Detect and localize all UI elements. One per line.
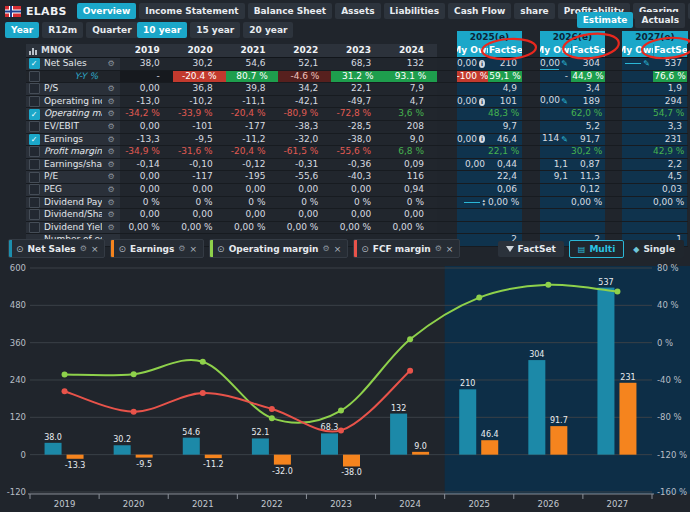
tab-balance-sheet[interactable]: Balance Sheet: [248, 3, 332, 19]
checkbox-cell[interactable]: ✓: [26, 58, 42, 70]
eye-icon[interactable]: ⊙: [118, 244, 126, 254]
point-fcf-margin-2022[interactable]: [269, 406, 275, 412]
cell-myown-2025[interactable]: 0,00i: [457, 96, 488, 108]
checkbox-cell[interactable]: [26, 96, 42, 108]
subheader-my-own-2025[interactable]: My Own: [457, 44, 488, 57]
editable-value[interactable]: 0,00: [540, 96, 559, 108]
bar-earnings-2025[interactable]: [481, 440, 498, 454]
stepper-icon[interactable]: ▴▾: [482, 198, 485, 206]
bar-net-sales-2022[interactable]: [252, 438, 269, 454]
gear-icon[interactable]: ⚙: [102, 83, 120, 95]
gear-icon[interactable]: ⚙: [102, 209, 120, 221]
tab-share[interactable]: share: [514, 3, 554, 19]
tab-15-year[interactable]: 15 year: [190, 22, 240, 38]
bar-earnings-2026[interactable]: [550, 426, 567, 455]
gear-icon[interactable]: ⚙: [178, 244, 185, 253]
row-checkbox[interactable]: ✓: [29, 134, 40, 145]
tab-quarter[interactable]: Quarter: [86, 22, 137, 38]
close-icon[interactable]: ×: [91, 244, 99, 254]
checkbox-cell[interactable]: [26, 209, 42, 221]
subheader-factset-2026[interactable]: FactSet: [571, 44, 605, 57]
gear-icon[interactable]: ⚙: [102, 222, 120, 234]
cell-myown-2025[interactable]: 0,00i: [457, 58, 488, 70]
bar-net-sales-2024[interactable]: [390, 414, 407, 455]
gear-icon[interactable]: ⚙: [323, 244, 330, 253]
gear-icon[interactable]: ⚙: [102, 171, 120, 183]
cell-myown-2026[interactable]: 114✎: [540, 134, 571, 146]
checkbox-cell[interactable]: [26, 71, 42, 83]
tab-actuals[interactable]: Actuals: [635, 12, 685, 28]
point-operating-margin-2025[interactable]: [476, 295, 482, 301]
cell-myown-2025[interactable]: ▴▾: [457, 197, 488, 209]
cell-myown-2025[interactable]: 0,00i: [457, 134, 488, 146]
row-checkbox[interactable]: [29, 197, 40, 208]
header-year-2024[interactable]: 2024: [384, 44, 437, 57]
checkbox-cell[interactable]: [26, 222, 42, 234]
row-checkbox[interactable]: [29, 146, 40, 157]
tab-estimate[interactable]: Estimate: [577, 12, 634, 28]
checkbox-cell[interactable]: [26, 83, 42, 95]
bar-net-sales-2026[interactable]: [528, 360, 545, 455]
editable-value[interactable]: [625, 63, 641, 64]
bar-earnings-2021[interactable]: [205, 455, 222, 458]
checkbox-cell[interactable]: ✓: [26, 134, 42, 146]
gear-icon[interactable]: ⚙: [102, 159, 120, 171]
gear-icon[interactable]: ⚙: [102, 184, 120, 196]
gear-icon[interactable]: ⚙: [102, 146, 120, 158]
checkbox-cell[interactable]: [26, 159, 42, 171]
info-icon[interactable]: i: [479, 98, 485, 106]
multi-button[interactable]: ▤ Multi: [569, 240, 624, 258]
bar-net-sales-2027[interactable]: [597, 288, 614, 455]
tab-assets[interactable]: Assets: [335, 3, 380, 19]
point-fcf-margin-2020[interactable]: [131, 409, 137, 415]
pencil-icon[interactable]: ✎: [561, 134, 568, 146]
point-operating-margin-2027[interactable]: [614, 289, 620, 295]
bar-earnings-2027[interactable]: [619, 383, 636, 455]
checkbox-cell[interactable]: ✓: [26, 108, 42, 120]
row-checkbox[interactable]: [29, 121, 40, 132]
tab-10-year[interactable]: 10 year: [137, 22, 187, 38]
subheader-factset-2027[interactable]: FactSet: [653, 44, 687, 57]
point-operating-margin-2024[interactable]: [407, 336, 413, 342]
gear-icon[interactable]: ⚙: [102, 108, 120, 120]
info-icon[interactable]: i: [479, 60, 485, 68]
subheader-my-own-2026[interactable]: My Own: [540, 44, 571, 57]
point-fcf-margin-2019[interactable]: [62, 388, 68, 394]
editable-value[interactable]: [464, 202, 480, 203]
close-icon[interactable]: ×: [446, 244, 454, 254]
cell-myown-2026[interactable]: 0,00✎: [540, 96, 571, 108]
tab-year[interactable]: Year: [5, 22, 39, 38]
tab-20-year[interactable]: 20 year: [243, 22, 293, 38]
bar-earnings-2020[interactable]: [136, 455, 153, 458]
row-checkbox[interactable]: [29, 222, 40, 233]
bar-earnings-2022[interactable]: [274, 455, 291, 465]
gear-icon[interactable]: ⚙: [102, 58, 120, 70]
point-fcf-margin-2021[interactable]: [200, 390, 206, 396]
tab-income-statement[interactable]: Income Statement: [139, 3, 244, 19]
gear-icon[interactable]: ⚙: [435, 244, 442, 253]
point-operating-margin-2026[interactable]: [545, 282, 551, 288]
row-checkbox[interactable]: [29, 71, 40, 82]
header-year-2019[interactable]: 2019: [120, 44, 173, 57]
bar-earnings-2019[interactable]: [67, 455, 84, 459]
point-fcf-margin-2024[interactable]: [407, 368, 413, 374]
gear-icon[interactable]: ⚙: [80, 244, 87, 253]
tab-r12m[interactable]: R12m: [42, 22, 83, 38]
eye-icon[interactable]: ⊙: [16, 244, 24, 254]
gear-icon[interactable]: ⚙: [102, 121, 120, 133]
single-button[interactable]: ◆ Single: [624, 240, 684, 258]
point-fcf-margin-2023[interactable]: [338, 427, 344, 433]
cell-myown-2026[interactable]: 0,00✎: [540, 58, 571, 70]
bar-earnings-2023[interactable]: [343, 455, 360, 467]
editable-value[interactable]: 0,00: [540, 58, 559, 70]
row-checkbox[interactable]: ✓: [29, 109, 40, 120]
bar-net-sales-2025[interactable]: [459, 389, 476, 454]
bar-net-sales-2020[interactable]: [114, 445, 131, 454]
checkbox-cell[interactable]: [26, 197, 42, 209]
header-year-2022[interactable]: 2022: [278, 44, 331, 57]
info-icon[interactable]: i: [479, 135, 485, 143]
point-operating-margin-2021[interactable]: [200, 359, 206, 365]
point-operating-margin-2022[interactable]: [269, 415, 275, 421]
editable-value[interactable]: 114: [542, 134, 559, 146]
gear-icon[interactable]: ⚙: [102, 197, 120, 209]
